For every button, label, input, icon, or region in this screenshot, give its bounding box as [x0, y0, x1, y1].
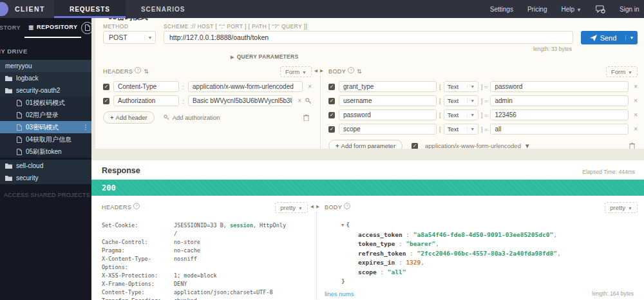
- param-checkbox[interactable]: ✓: [328, 84, 335, 90]
- remove-param-icon[interactable]: ×: [634, 126, 638, 133]
- header-value-input[interactable]: application/x-www-form-urlencoded: [188, 81, 303, 92]
- help-menu-item[interactable]: Help▼: [562, 6, 582, 13]
- remove-header-icon[interactable]: ×: [298, 97, 301, 104]
- tab-repository[interactable]: ≣ REPOSITORY: [24, 18, 81, 38]
- sidebar-item-05刷新token[interactable]: 05刷新token: [0, 145, 91, 158]
- remove-param-icon[interactable]: ×: [634, 97, 638, 104]
- param-type-select[interactable]: Text▼: [444, 109, 478, 120]
- sidebar-item-01授权码模式[interactable]: 01授权码模式: [0, 97, 91, 109]
- param-value-input[interactable]: password: [490, 81, 629, 92]
- response-body-title: BODY: [325, 204, 342, 211]
- param-type-select[interactable]: Text▼: [444, 95, 478, 106]
- param-checkbox[interactable]: ✓: [328, 98, 335, 104]
- database-icon: ≣: [28, 24, 34, 31]
- headers-mode-select[interactable]: Form▼: [280, 66, 312, 77]
- param-type-select[interactable]: Text▼: [444, 124, 478, 135]
- lines-nums-link[interactable]: lines nums: [325, 290, 354, 297]
- caret-down-icon[interactable]: ▼: [341, 223, 344, 228]
- response-headers-mode-select[interactable]: pretty▼: [275, 202, 308, 213]
- top-tab-requests[interactable]: REQUESTS: [54, 0, 126, 18]
- header-name-input[interactable]: Content-Type: [113, 81, 179, 92]
- folder-icon: [5, 163, 12, 169]
- header-checkbox[interactable]: ✓: [103, 84, 109, 90]
- add-header-button[interactable]: +Add header: [103, 111, 155, 124]
- sidebar-item-04获取用户信息[interactable]: 04获取用户信息: [0, 133, 91, 145]
- sidebar-item-logback[interactable]: logback: [0, 72, 91, 84]
- header-name-input[interactable]: Authorization: [113, 95, 179, 106]
- add-authorization-button[interactable]: Add authorization: [164, 114, 220, 121]
- json-line: }: [341, 277, 638, 286]
- sidebar-item-label: security: [16, 174, 38, 182]
- panel-splitter[interactable]: ◀▶: [312, 65, 328, 149]
- info-icon: ?: [348, 67, 354, 73]
- sidebar-item-02用户登录[interactable]: 02用户登录: [0, 109, 91, 121]
- send-options-caret[interactable]: ▼: [625, 35, 638, 40]
- delete-headers-icon[interactable]: [303, 114, 309, 121]
- delete-body-icon[interactable]: [629, 142, 635, 149]
- method-label: METHOD: [103, 23, 156, 30]
- pricing-menu-item[interactable]: Pricing: [527, 6, 547, 13]
- sign-in-link[interactable]: Sign in: [620, 6, 641, 13]
- param-name-input[interactable]: scope: [339, 124, 437, 135]
- param-checkbox[interactable]: ✓: [328, 112, 335, 118]
- sidebar-item-security[interactable]: security: [0, 172, 91, 184]
- response-header-name: X-XSS-Protection:: [102, 272, 174, 280]
- new-request-button[interactable]: [81, 22, 91, 34]
- param-value-input[interactable]: admin: [490, 95, 629, 106]
- sidebar-item-merryyou[interactable]: merryyou: [0, 60, 91, 72]
- top-tab-scenarios[interactable]: SCENARIOS: [126, 0, 200, 18]
- info-icon: ?: [344, 203, 350, 209]
- response-header-row: X-XSS-Protection:1; mode=block: [102, 272, 308, 280]
- response-splitter[interactable]: ◀▶: [308, 201, 325, 300]
- remove-param-icon[interactable]: ×: [634, 111, 638, 118]
- url-input[interactable]: http://127.0.0.1:8888/oauth/token: [164, 31, 573, 44]
- status-code-bar: 200: [91, 180, 644, 196]
- sort-icon[interactable]: ⇅: [144, 68, 149, 75]
- sidebar-item-sell-cloud[interactable]: sell-cloud: [0, 160, 91, 172]
- response-header-value: no-cache: [174, 247, 200, 255]
- response-header-value: application/json;charset=UTF-8: [174, 288, 273, 297]
- send-plane-icon: [590, 35, 597, 41]
- header-checkbox[interactable]: ✓: [103, 98, 109, 104]
- header-colon: :: [182, 97, 184, 105]
- query-parameters-toggle[interactable]: ▶QUERY PARAMETERS: [231, 53, 573, 60]
- response-header-name: Transfer-Encoding:: [102, 297, 174, 300]
- header-value-input[interactable]: Basic bWVycnl5b3U6bWVycnl5b3U=: [188, 95, 292, 106]
- tab-history[interactable]: HISTORY: [0, 18, 24, 37]
- chevron-down-icon: ▼: [298, 206, 303, 211]
- param-value-input[interactable]: 123456: [490, 109, 629, 120]
- param-name-input[interactable]: password: [339, 109, 437, 120]
- response-title: Response: [102, 166, 140, 175]
- add-form-parameter-button[interactable]: +Add form parameter: [328, 140, 402, 149]
- item-menu-icon[interactable]: ⋮: [82, 124, 89, 131]
- sidebar-item-03密码模式[interactable]: 03密码模式⋮: [0, 121, 91, 133]
- brand-name: CLIENT: [15, 5, 45, 13]
- param-name-input[interactable]: username: [339, 95, 437, 106]
- request-doc-icon: [17, 112, 22, 118]
- response-header-name: Cache-Control:: [102, 238, 174, 247]
- param-value-input[interactable]: all: [490, 124, 629, 135]
- encoding-toggle[interactable]: ✓ application/x-www-form-urlencoded▼: [412, 142, 530, 149]
- caret-right-icon: ▶: [231, 55, 234, 59]
- key-icon[interactable]: [305, 98, 312, 104]
- settings-menu-item[interactable]: Settings: [490, 6, 513, 13]
- param-name-input[interactable]: grant_type: [339, 81, 437, 92]
- param-type-select[interactable]: Text▼: [444, 81, 478, 92]
- param-checkbox[interactable]: ✓: [328, 126, 335, 133]
- response-body-mode-select[interactable]: pretty▼: [605, 202, 638, 213]
- send-button[interactable]: Send ▼: [581, 31, 638, 44]
- remove-param-icon[interactable]: ×: [634, 83, 638, 90]
- folder-icon: [5, 75, 12, 81]
- response-header-row: Content-Type:application/json;charset=UT…: [102, 288, 308, 297]
- encoding-checkbox[interactable]: ✓: [412, 143, 418, 149]
- body-mode-select[interactable]: Form▼: [606, 66, 638, 77]
- sidebar-item-security-oauth2[interactable]: security-oauth2: [0, 84, 91, 97]
- sort-icon[interactable]: ⇅: [357, 68, 362, 75]
- response-header-name: Set-Cookie:: [102, 221, 174, 238]
- chevron-down-icon: ▼: [628, 206, 632, 211]
- sidebar-item-label: security-oauth2: [16, 87, 60, 94]
- response-header-row: Set-Cookie:JSESSIONID=33 B, session, Htt…: [102, 221, 308, 238]
- response-header-value: 1; mode=block: [174, 272, 217, 280]
- feedback-chat-icon[interactable]: [596, 5, 605, 14]
- method-select[interactable]: POST ▼: [103, 31, 156, 44]
